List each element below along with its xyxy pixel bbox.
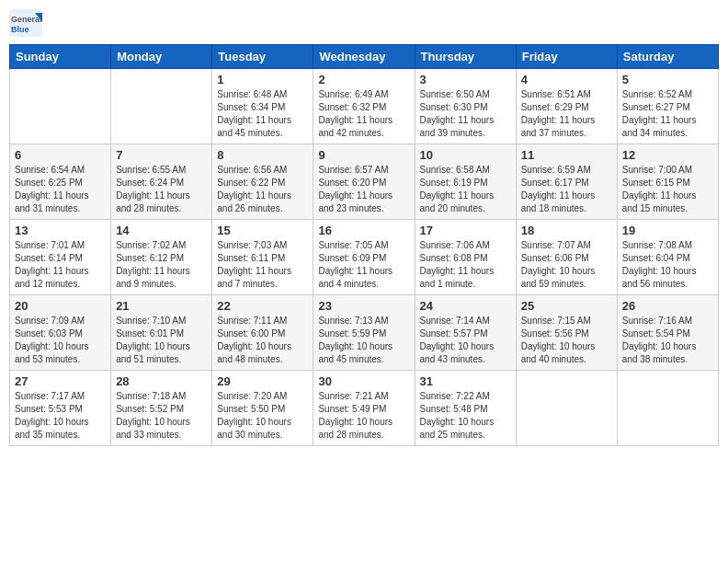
- calendar-cell: 26Sunrise: 7:16 AM Sunset: 5:54 PM Dayli…: [617, 295, 718, 371]
- cell-info: Sunrise: 7:14 AM Sunset: 5:57 PM Dayligh…: [420, 315, 511, 366]
- week-row-4: 20Sunrise: 7:09 AM Sunset: 6:03 PM Dayli…: [10, 295, 719, 371]
- cell-info: Sunrise: 6:54 AM Sunset: 6:25 PM Dayligh…: [15, 164, 106, 215]
- cell-info: Sunrise: 6:59 AM Sunset: 6:17 PM Dayligh…: [521, 164, 612, 215]
- day-number: 12: [622, 148, 713, 162]
- calendar-cell: 27Sunrise: 7:17 AM Sunset: 5:53 PM Dayli…: [10, 371, 111, 446]
- day-number: 24: [420, 299, 511, 313]
- cell-info: Sunrise: 6:57 AM Sunset: 6:20 PM Dayligh…: [318, 164, 409, 215]
- logo-icon: General Blue: [9, 9, 42, 37]
- day-number: 2: [318, 73, 409, 86]
- day-number: 19: [622, 224, 713, 237]
- day-number: 17: [420, 224, 511, 237]
- day-number: 1: [217, 73, 308, 86]
- calendar-cell: 30Sunrise: 7:21 AM Sunset: 5:49 PM Dayli…: [313, 371, 415, 446]
- day-number: 31: [420, 374, 511, 388]
- calendar-cell: 14Sunrise: 7:02 AM Sunset: 6:12 PM Dayli…: [111, 220, 212, 295]
- day-of-week-thursday: Thursday: [415, 45, 516, 69]
- day-number: 22: [217, 299, 308, 313]
- day-number: 21: [116, 299, 207, 313]
- cell-info: Sunrise: 6:55 AM Sunset: 6:24 PM Dayligh…: [116, 164, 207, 215]
- calendar-cell: 10Sunrise: 6:58 AM Sunset: 6:19 PM Dayli…: [415, 144, 516, 220]
- calendar-cell: 21Sunrise: 7:10 AM Sunset: 6:01 PM Dayli…: [111, 295, 212, 371]
- day-number: 10: [420, 148, 511, 162]
- calendar-cell: 23Sunrise: 7:13 AM Sunset: 5:59 PM Dayli…: [313, 295, 415, 371]
- day-of-week-saturday: Saturday: [617, 45, 718, 69]
- calendar-cell: 25Sunrise: 7:15 AM Sunset: 5:56 PM Dayli…: [516, 295, 617, 371]
- day-number: 26: [622, 299, 713, 313]
- day-number: 11: [521, 148, 612, 162]
- day-number: 28: [116, 374, 207, 388]
- cell-info: Sunrise: 7:17 AM Sunset: 5:53 PM Dayligh…: [15, 390, 106, 442]
- day-number: 4: [521, 73, 612, 86]
- header: General Blue: [9, 9, 719, 37]
- calendar-cell: 24Sunrise: 7:14 AM Sunset: 5:57 PM Dayli…: [415, 295, 516, 371]
- svg-text:General: General: [11, 15, 42, 24]
- svg-text:Blue: Blue: [11, 25, 29, 34]
- cell-info: Sunrise: 7:13 AM Sunset: 5:59 PM Dayligh…: [318, 315, 409, 366]
- day-number: 13: [15, 224, 106, 237]
- calendar-cell: 15Sunrise: 7:03 AM Sunset: 6:11 PM Dayli…: [212, 220, 313, 295]
- calendar-cell: 20Sunrise: 7:09 AM Sunset: 6:03 PM Dayli…: [10, 295, 111, 371]
- day-number: 8: [217, 148, 308, 162]
- cell-info: Sunrise: 7:22 AM Sunset: 5:48 PM Dayligh…: [420, 390, 511, 442]
- calendar-cell: 3Sunrise: 6:50 AM Sunset: 6:30 PM Daylig…: [415, 69, 516, 144]
- calendar-cell: 8Sunrise: 6:56 AM Sunset: 6:22 PM Daylig…: [212, 144, 313, 220]
- day-number: 15: [217, 224, 308, 237]
- calendar-body: 1Sunrise: 6:48 AM Sunset: 6:34 PM Daylig…: [10, 69, 719, 446]
- day-number: 7: [116, 148, 207, 162]
- day-of-week-wednesday: Wednesday: [313, 45, 415, 69]
- calendar-cell: 6Sunrise: 6:54 AM Sunset: 6:25 PM Daylig…: [10, 144, 111, 220]
- cell-info: Sunrise: 6:51 AM Sunset: 6:29 PM Dayligh…: [521, 88, 612, 140]
- logo: General Blue: [9, 9, 42, 37]
- cell-info: Sunrise: 7:02 AM Sunset: 6:12 PM Dayligh…: [116, 239, 207, 291]
- calendar-cell: [10, 69, 111, 144]
- cell-info: Sunrise: 7:05 AM Sunset: 6:09 PM Dayligh…: [318, 239, 409, 291]
- calendar-cell: 4Sunrise: 6:51 AM Sunset: 6:29 PM Daylig…: [516, 69, 617, 144]
- day-of-week-monday: Monday: [111, 45, 212, 69]
- day-number: 16: [318, 224, 409, 237]
- day-number: 20: [15, 299, 106, 313]
- cell-info: Sunrise: 6:48 AM Sunset: 6:34 PM Dayligh…: [217, 88, 308, 140]
- header-row: SundayMondayTuesdayWednesdayThursdayFrid…: [10, 45, 719, 69]
- day-number: 18: [521, 224, 612, 237]
- calendar-table: SundayMondayTuesdayWednesdayThursdayFrid…: [9, 44, 719, 446]
- cell-info: Sunrise: 7:10 AM Sunset: 6:01 PM Dayligh…: [116, 315, 207, 366]
- calendar-cell: 9Sunrise: 6:57 AM Sunset: 6:20 PM Daylig…: [313, 144, 415, 220]
- calendar-cell: 19Sunrise: 7:08 AM Sunset: 6:04 PM Dayli…: [617, 220, 718, 295]
- day-number: 14: [116, 224, 207, 237]
- cell-info: Sunrise: 7:00 AM Sunset: 6:15 PM Dayligh…: [622, 164, 713, 215]
- day-number: 27: [15, 374, 106, 388]
- cell-info: Sunrise: 7:15 AM Sunset: 5:56 PM Dayligh…: [521, 315, 612, 366]
- calendar-cell: 18Sunrise: 7:07 AM Sunset: 6:06 PM Dayli…: [516, 220, 617, 295]
- day-of-week-tuesday: Tuesday: [212, 45, 313, 69]
- week-row-5: 27Sunrise: 7:17 AM Sunset: 5:53 PM Dayli…: [10, 371, 719, 446]
- calendar-cell: [111, 69, 212, 144]
- cell-info: Sunrise: 6:58 AM Sunset: 6:19 PM Dayligh…: [420, 164, 511, 215]
- calendar-cell: 7Sunrise: 6:55 AM Sunset: 6:24 PM Daylig…: [111, 144, 212, 220]
- calendar-cell: 12Sunrise: 7:00 AM Sunset: 6:15 PM Dayli…: [617, 144, 718, 220]
- calendar-cell: 13Sunrise: 7:01 AM Sunset: 6:14 PM Dayli…: [10, 220, 111, 295]
- calendar-cell: 31Sunrise: 7:22 AM Sunset: 5:48 PM Dayli…: [415, 371, 516, 446]
- day-number: 30: [318, 374, 409, 388]
- calendar-cell: [516, 371, 617, 446]
- cell-info: Sunrise: 7:11 AM Sunset: 6:00 PM Dayligh…: [217, 315, 308, 366]
- cell-info: Sunrise: 7:21 AM Sunset: 5:49 PM Dayligh…: [318, 390, 409, 442]
- cell-info: Sunrise: 6:56 AM Sunset: 6:22 PM Dayligh…: [217, 164, 308, 215]
- cell-info: Sunrise: 6:52 AM Sunset: 6:27 PM Dayligh…: [622, 88, 713, 140]
- cell-info: Sunrise: 7:07 AM Sunset: 6:06 PM Dayligh…: [521, 239, 612, 291]
- cell-info: Sunrise: 7:03 AM Sunset: 6:11 PM Dayligh…: [217, 239, 308, 291]
- day-number: 5: [622, 73, 713, 86]
- calendar-cell: 11Sunrise: 6:59 AM Sunset: 6:17 PM Dayli…: [516, 144, 617, 220]
- calendar-header: SundayMondayTuesdayWednesdayThursdayFrid…: [10, 45, 719, 69]
- cell-info: Sunrise: 6:49 AM Sunset: 6:32 PM Dayligh…: [318, 88, 409, 140]
- calendar-cell: 2Sunrise: 6:49 AM Sunset: 6:32 PM Daylig…: [313, 69, 415, 144]
- calendar-cell: 1Sunrise: 6:48 AM Sunset: 6:34 PM Daylig…: [212, 69, 313, 144]
- day-number: 9: [318, 148, 409, 162]
- day-number: 25: [521, 299, 612, 313]
- week-row-3: 13Sunrise: 7:01 AM Sunset: 6:14 PM Dayli…: [10, 220, 719, 295]
- cell-info: Sunrise: 7:18 AM Sunset: 5:52 PM Dayligh…: [116, 390, 207, 442]
- cell-info: Sunrise: 7:01 AM Sunset: 6:14 PM Dayligh…: [15, 239, 106, 291]
- cell-info: Sunrise: 7:09 AM Sunset: 6:03 PM Dayligh…: [15, 315, 106, 366]
- calendar-cell: 28Sunrise: 7:18 AM Sunset: 5:52 PM Dayli…: [111, 371, 212, 446]
- calendar-cell: 22Sunrise: 7:11 AM Sunset: 6:00 PM Dayli…: [212, 295, 313, 371]
